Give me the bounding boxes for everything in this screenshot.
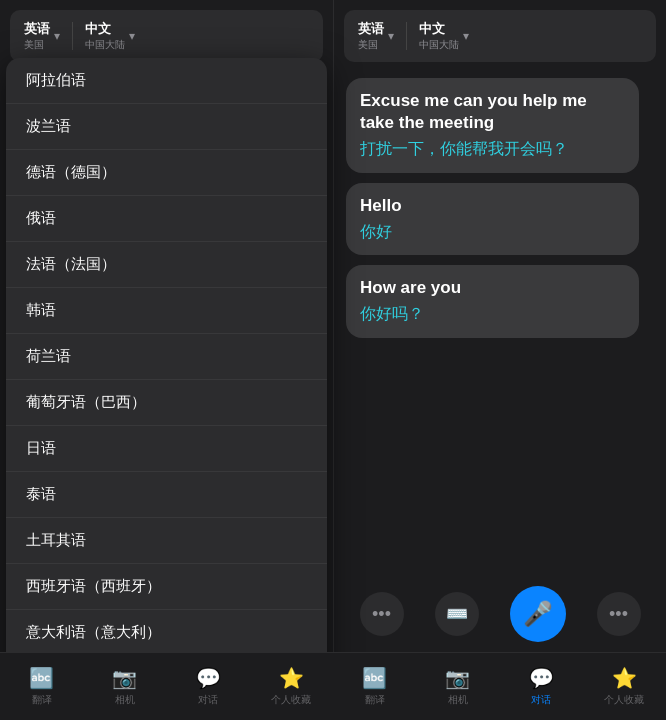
left-lang2-selector[interactable]: 中文 中国大陆 ▾ [85, 20, 135, 52]
tab-label: 翻译 [32, 693, 52, 707]
tab-icon: 💬 [196, 666, 221, 690]
dropdown-item[interactable]: 德语（德国） [6, 150, 327, 196]
tab-label: 对话 [531, 693, 551, 707]
keyboard-icon: ⌨️ [446, 603, 468, 625]
tab-label: 对话 [198, 693, 218, 707]
right-lang-divider [406, 22, 407, 50]
right-lang1-region: 美国 [358, 38, 384, 52]
right-lang1-chevron-icon: ▾ [388, 29, 394, 43]
right-lang-header: 英语 美国 ▾ 中文 中国大陆 ▾ [344, 10, 656, 62]
tab-item-个人收藏[interactable]: ⭐个人收藏 [583, 653, 666, 720]
left-lang2-chevron-icon: ▾ [129, 29, 135, 43]
tab-icon: 🔤 [362, 666, 387, 690]
tab-icon: 📷 [445, 666, 470, 690]
controls-bar: ••• ⌨️ 🎤 ••• [334, 576, 666, 652]
tab-icon: ⭐ [279, 666, 304, 690]
dropdown-item[interactable]: 葡萄牙语（巴西） [6, 380, 327, 426]
dots-button[interactable]: ••• [360, 592, 404, 636]
dots-icon: ••• [372, 604, 391, 625]
dropdown-item[interactable]: 阿拉伯语 [6, 58, 327, 104]
keyboard-button[interactable]: ⌨️ [435, 592, 479, 636]
bubble-chinese-text: 你好吗？ [360, 303, 625, 325]
tab-icon: 🔤 [29, 666, 54, 690]
dropdown-item[interactable]: 法语（法国） [6, 242, 327, 288]
tab-icon: 💬 [529, 666, 554, 690]
tab-label: 相机 [448, 693, 468, 707]
chat-bubble[interactable]: Hello你好 [346, 183, 639, 255]
dropdown-item-label: 俄语 [26, 209, 307, 228]
right-lang1-selector[interactable]: 英语 美国 ▾ [358, 20, 394, 52]
chat-area: Excuse me can you help me take the meeti… [334, 68, 666, 576]
dropdown-item-label: 法语（法国） [26, 255, 307, 274]
tab-bar: 🔤翻译📷相机💬对话⭐个人收藏🔤翻译📷相机💬对话⭐个人收藏 [0, 652, 666, 720]
more-button[interactable]: ••• [597, 592, 641, 636]
dropdown-item-label: 日语 [26, 439, 307, 458]
bubble-english-text: Excuse me can you help me take the meeti… [360, 90, 625, 134]
tab-item-个人收藏[interactable]: ⭐个人收藏 [250, 653, 333, 720]
tab-item-翻译[interactable]: 🔤翻译 [333, 653, 416, 720]
dropdown-item-label: 荷兰语 [26, 347, 307, 366]
tab-label: 个人收藏 [604, 693, 644, 707]
dropdown-item-label: 葡萄牙语（巴西） [26, 393, 307, 412]
tab-label: 翻译 [365, 693, 385, 707]
chat-bubble[interactable]: Excuse me can you help me take the meeti… [346, 78, 639, 173]
bubble-english-text: How are you [360, 277, 625, 299]
more-icon: ••• [609, 604, 628, 625]
chat-bubble[interactable]: How are you你好吗？ [346, 265, 639, 337]
dropdown-item[interactable]: 西班牙语（西班牙） [6, 564, 327, 610]
dropdown-item[interactable]: 荷兰语 [6, 334, 327, 380]
right-lang2-selector[interactable]: 中文 中国大陆 ▾ [419, 20, 469, 52]
dropdown-item[interactable]: 韩语 [6, 288, 327, 334]
main-area: 英语 美国 ▾ 中文 中国大陆 ▾ 阿拉伯语波兰语德语（德国）俄语法语（法国 [0, 0, 666, 652]
right-lang2-chevron-icon: ▾ [463, 29, 469, 43]
dropdown-item-label: 泰语 [26, 485, 307, 504]
dropdown-item-label: 阿拉伯语 [26, 71, 307, 90]
right-panel: 英语 美国 ▾ 中文 中国大陆 ▾ Excuse me can you he [333, 0, 666, 652]
dropdown-item[interactable]: 俄语 [6, 196, 327, 242]
dropdown-item[interactable]: 日语 [6, 426, 327, 472]
right-lang1-name: 英语 [358, 20, 384, 38]
dropdown-item-label: 波兰语 [26, 117, 307, 136]
tab-item-翻译[interactable]: 🔤翻译 [0, 653, 83, 720]
dropdown-item-label: 意大利语（意大利） [26, 623, 307, 642]
tab-label: 相机 [115, 693, 135, 707]
dropdown-item-label: 韩语 [26, 301, 307, 320]
tab-icon: 📷 [112, 666, 137, 690]
left-lang1-selector[interactable]: 英语 美国 ▾ [24, 20, 60, 52]
left-lang1-name: 英语 [24, 20, 50, 38]
right-lang2-region: 中国大陆 [419, 38, 459, 52]
left-lang2-region: 中国大陆 [85, 38, 125, 52]
left-lang1-chevron-icon: ▾ [54, 29, 60, 43]
left-lang2-name: 中文 [85, 20, 125, 38]
app-container: 英语 美国 ▾ 中文 中国大陆 ▾ 阿拉伯语波兰语德语（德国）俄语法语（法国 [0, 0, 666, 720]
right-lang2-name: 中文 [419, 20, 459, 38]
dropdown-item-label: 西班牙语（西班牙） [26, 577, 307, 596]
left-lang1-region: 美国 [24, 38, 50, 52]
left-lang-divider [72, 22, 73, 50]
dropdown-item[interactable]: 波兰语 [6, 104, 327, 150]
tab-item-相机[interactable]: 📷相机 [83, 653, 166, 720]
dropdown-item-label: 土耳其语 [26, 531, 307, 550]
mic-icon: 🎤 [523, 600, 553, 628]
bubble-chinese-text: 你好 [360, 221, 625, 243]
dropdown-item[interactable]: 泰语 [6, 472, 327, 518]
dropdown-item-label: 德语（德国） [26, 163, 307, 182]
tab-icon: ⭐ [612, 666, 637, 690]
bubble-english-text: Hello [360, 195, 625, 217]
tab-item-对话[interactable]: 💬对话 [167, 653, 250, 720]
dropdown-item[interactable]: 意大利语（意大利） [6, 610, 327, 652]
bubble-chinese-text: 打扰一下，你能帮我开会吗？ [360, 138, 625, 160]
dropdown-item[interactable]: 土耳其语 [6, 518, 327, 564]
tab-label: 个人收藏 [271, 693, 311, 707]
tab-item-相机[interactable]: 📷相机 [416, 653, 499, 720]
left-panel: 英语 美国 ▾ 中文 中国大陆 ▾ 阿拉伯语波兰语德语（德国）俄语法语（法国 [0, 0, 333, 652]
left-lang-header: 英语 美国 ▾ 中文 中国大陆 ▾ [10, 10, 323, 62]
mic-button[interactable]: 🎤 [510, 586, 566, 642]
language-dropdown: 阿拉伯语波兰语德语（德国）俄语法语（法国）韩语荷兰语葡萄牙语（巴西）日语泰语土耳… [6, 58, 327, 652]
tab-item-对话[interactable]: 💬对话 [500, 653, 583, 720]
